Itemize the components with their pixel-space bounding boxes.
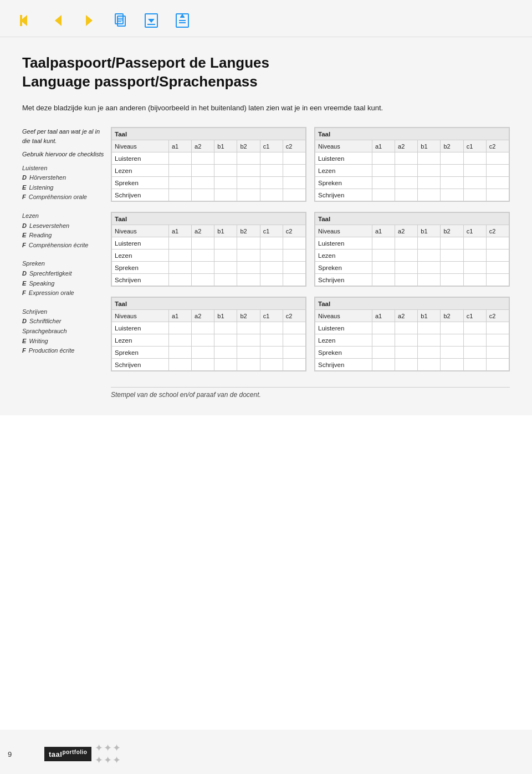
tables-row-3: Taal Niveaus a1 a2 b1 b2 c1 c2 — [111, 297, 510, 371]
prev-icon[interactable] — [48, 10, 69, 31]
lang-table-2: Taal Niveaus a1 a2 b1 b2 c1 c2 — [314, 127, 510, 202]
sidebar-section-schrijven: Schrijven D Schriftlicher Sprachgebrauch… — [22, 307, 105, 356]
page-title: Taalpaspoort/Passeport de Langues Langua… — [22, 54, 510, 91]
page-number: 9 — [8, 750, 12, 758]
svg-rect-4 — [115, 14, 123, 24]
lang-table-3: Taal Niveaus a1 a2 b1 b2 c1 c2 — [111, 212, 306, 287]
taal-label-3: Taal — [112, 213, 306, 225]
bottom-bar: 9 taalportfolio ✦ ✦ ✦✦ ✦ ✦ — [0, 730, 532, 774]
svg-marker-2 — [55, 15, 62, 26]
sidebar-section-spreken: Spreken D Sprechfertigkeit E Speaking F … — [22, 259, 105, 298]
export-icon[interactable] — [172, 10, 193, 31]
top-nav — [0, 0, 532, 37]
sidebar: Geef per taal aan wat je al in die taal … — [22, 127, 111, 399]
logo-stars: ✦ ✦ ✦✦ ✦ ✦ — [95, 742, 120, 766]
content-area: Geef per taal aan wat je al in die taal … — [22, 127, 510, 399]
footer-stamp: Stempel van de school en/of paraaf van d… — [111, 387, 510, 399]
logo-area: taalportfolio ✦ ✦ ✦✦ ✦ ✦ — [44, 742, 120, 766]
tables-row-1: Taal Niveaus a1 a2 b1 b2 c1 c2 — [111, 127, 510, 202]
main-content: Taalpaspoort/Passeport de Langues Langua… — [0, 37, 532, 415]
svg-marker-3 — [86, 15, 93, 26]
skip-back-icon[interactable] — [17, 10, 38, 31]
intro-text: Met deze bladzijde kun je aan anderen (b… — [22, 103, 410, 114]
tables-row-2: Taal Niveaus a1 a2 b1 b2 c1 c2 — [111, 212, 510, 287]
svg-rect-1 — [20, 15, 22, 26]
svg-rect-5 — [117, 16, 125, 26]
sidebar-instruction1: Geef per taal aan wat je al in die taal … — [22, 127, 105, 145]
taal-label-5: Taal — [112, 298, 306, 310]
tables-area: Taal Niveaus a1 a2 b1 b2 c1 c2 — [111, 127, 510, 399]
next-icon[interactable] — [79, 10, 100, 31]
page: Taalpaspoort/Passeport de Langues Langua… — [0, 0, 532, 774]
pages-icon[interactable] — [110, 10, 131, 31]
svg-marker-10 — [148, 19, 155, 23]
taal-label-6: Taal — [315, 298, 509, 310]
lang-table-4: Taal Niveaus a1 a2 b1 b2 c1 c2 — [314, 212, 510, 287]
taal-label-4: Taal — [315, 213, 509, 225]
lang-table-6: Taal Niveaus a1 a2 b1 b2 c1 c2 — [314, 297, 510, 371]
lang-table-5: Taal Niveaus a1 a2 b1 b2 c1 c2 — [111, 297, 306, 371]
sidebar-section-lezen: Lezen D Leseverstehen E Reading F Compré… — [22, 211, 105, 250]
sidebar-section-luisteren: Luisteren D Hörverstehen E Listening F C… — [22, 164, 105, 202]
taal-label-2: Taal — [315, 128, 509, 140]
sidebar-instruction2: Gebruik hiervoor de checklists — [22, 150, 105, 159]
import-icon[interactable] — [141, 10, 162, 31]
taal-label-1: Taal — [112, 128, 306, 140]
logo-text: taalportfolio — [44, 747, 91, 761]
lang-table-1: Taal Niveaus a1 a2 b1 b2 c1 c2 — [111, 127, 306, 202]
